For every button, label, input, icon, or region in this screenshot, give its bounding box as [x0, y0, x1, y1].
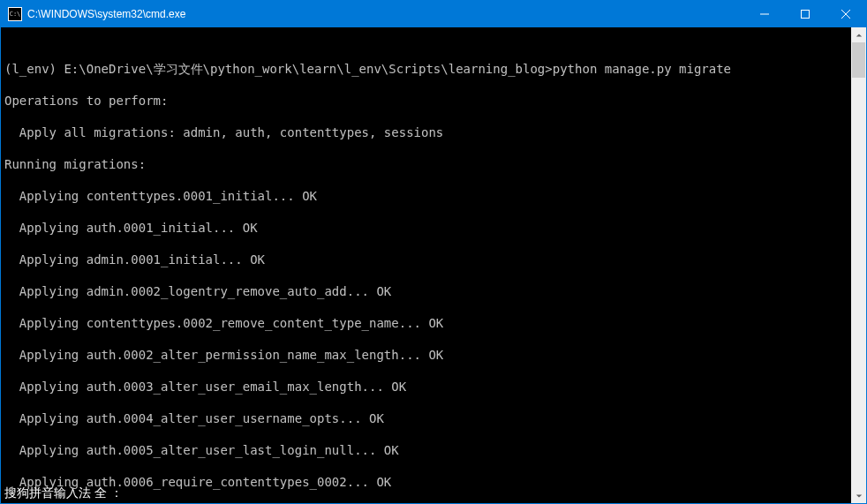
scroll-thumb[interactable] [852, 42, 865, 78]
output-line: Running migrations: [4, 156, 849, 172]
migration-line: Applying auth.0001_initial... OK [4, 220, 849, 236]
close-icon [841, 10, 850, 19]
command-1: python manage.py migrate [553, 62, 731, 76]
vertical-scrollbar[interactable] [851, 27, 866, 503]
migration-line: Applying auth.0006_require_contenttypes_… [4, 474, 849, 490]
terminal-output[interactable]: (l_env) E:\OneDrive\学习文件\python_work\lea… [1, 27, 851, 503]
minimize-icon [760, 10, 769, 19]
ime-status: 搜狗拼音输入法 全 ： [1, 485, 126, 503]
window-title: C:\WINDOWS\system32\cmd.exe [27, 8, 185, 20]
migration-line: Applying contenttypes.0001_initial... OK [4, 188, 849, 204]
minimize-button[interactable] [744, 1, 785, 27]
migration-line: Applying contenttypes.0002_remove_conten… [4, 315, 849, 331]
migration-line: Applying auth.0003_alter_user_email_max_… [4, 379, 849, 395]
blank-line [4, 45, 849, 61]
prompt-1: (l_env) E:\OneDrive\学习文件\python_work\lea… [4, 62, 553, 76]
prompt-line: (l_env) E:\OneDrive\学习文件\python_work\lea… [4, 61, 849, 77]
migration-line: Applying auth.0005_alter_user_last_login… [4, 442, 849, 458]
cmd-icon: C:\ [8, 7, 22, 21]
scroll-up-button[interactable] [851, 27, 866, 42]
output-line: Operations to perform: [4, 93, 849, 109]
output-line: Apply all migrations: admin, auth, conte… [4, 124, 849, 140]
chevron-up-icon [856, 32, 863, 39]
titlebar[interactable]: C:\ C:\WINDOWS\system32\cmd.exe [1, 1, 866, 27]
migration-line: Applying admin.0001_initial... OK [4, 252, 849, 267]
client-area: (l_env) E:\OneDrive\学习文件\python_work\lea… [1, 27, 866, 503]
maximize-icon [801, 10, 810, 19]
scroll-down-button[interactable] [851, 488, 866, 503]
chevron-down-icon [856, 493, 863, 500]
svg-rect-0 [802, 11, 810, 19]
migration-line: Applying admin.0002_logentry_remove_auto… [4, 283, 849, 299]
close-button[interactable] [826, 1, 866, 27]
migration-line: Applying auth.0002_alter_permission_name… [4, 347, 849, 363]
maximize-button[interactable] [785, 1, 826, 27]
migration-line: Applying auth.0004_alter_user_username_o… [4, 410, 849, 426]
